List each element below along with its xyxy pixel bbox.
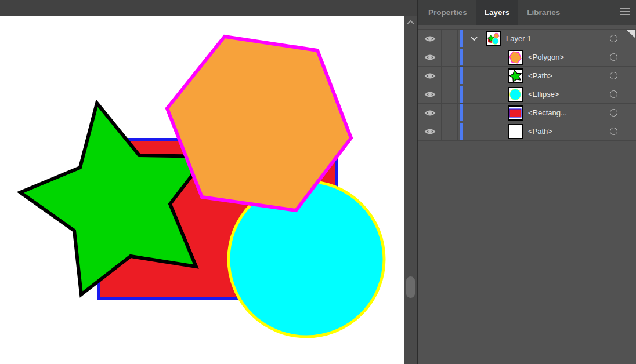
layer-color-bar	[460, 67, 463, 84]
target-cell	[602, 122, 636, 140]
target-circle-icon[interactable]	[610, 72, 617, 79]
corner-triangle-marker	[627, 30, 635, 38]
eye-icon	[424, 53, 436, 61]
target-cell	[602, 67, 636, 85]
visibility-toggle[interactable]	[418, 122, 442, 140]
layers-panel: Properties Layers Libraries	[417, 0, 636, 364]
eye-icon	[424, 90, 436, 99]
tab-layers[interactable]: Layers	[476, 0, 519, 25]
object-thumbnail[interactable]	[508, 87, 523, 102]
object-name[interactable]: <Ellipse>	[528, 90, 559, 99]
target-cell	[602, 85, 636, 103]
chevron-up-icon[interactable]	[406, 19, 415, 26]
layer-row-rectangle[interactable]: <Rectang...	[418, 104, 636, 122]
lock-toggle[interactable]	[442, 67, 458, 85]
visibility-toggle[interactable]	[418, 30, 442, 48]
lock-toggle[interactable]	[442, 85, 458, 103]
vertical-scrollbar[interactable]	[404, 16, 417, 364]
lock-toggle[interactable]	[442, 104, 458, 122]
target-cell	[602, 30, 636, 48]
visibility-toggle[interactable]	[418, 104, 442, 122]
object-thumbnail[interactable]	[508, 50, 523, 65]
target-cell	[602, 48, 636, 66]
tab-properties[interactable]: Properties	[420, 0, 476, 25]
hamburger-menu-icon[interactable]	[620, 8, 630, 17]
object-thumbnail[interactable]	[508, 105, 523, 121]
layer-row-ellipse[interactable]: <Ellipse>	[418, 85, 636, 104]
lock-toggle[interactable]	[442, 30, 458, 48]
layer-row-white-path[interactable]: <Path>	[418, 122, 636, 141]
object-name[interactable]: <Path>	[528, 127, 552, 136]
eye-icon	[424, 109, 436, 117]
layer-color-bar	[460, 104, 463, 121]
object-thumbnail[interactable]	[508, 68, 523, 83]
object-thumbnail[interactable]	[508, 124, 523, 139]
target-circle-icon[interactable]	[610, 90, 617, 98]
layer-color-bar	[460, 30, 463, 47]
lock-toggle[interactable]	[442, 48, 458, 66]
target-cell	[602, 104, 636, 122]
layer-thumbnail[interactable]	[486, 31, 501, 46]
target-circle-icon[interactable]	[610, 109, 617, 117]
target-circle-icon[interactable]	[610, 35, 617, 42]
scrollbar-thumb[interactable]	[406, 276, 415, 298]
object-name[interactable]: <Rectang...	[528, 108, 567, 117]
canvas-top-strip	[0, 0, 417, 16]
tab-libraries[interactable]: Libraries	[518, 0, 569, 25]
layer-color-bar	[460, 123, 463, 140]
visibility-toggle[interactable]	[418, 48, 442, 66]
eye-icon	[424, 35, 436, 43]
layer-row-star-path[interactable]: <Path>	[418, 67, 636, 85]
object-name[interactable]: <Polygon>	[528, 53, 564, 61]
visibility-toggle[interactable]	[418, 67, 442, 85]
chevron-down-icon[interactable]	[470, 36, 478, 41]
layer-row-polygon[interactable]: <Polygon>	[418, 48, 636, 67]
layer-name[interactable]: Layer 1	[506, 34, 531, 43]
artboard-canvas	[0, 16, 404, 364]
eye-icon	[424, 128, 436, 136]
lock-toggle[interactable]	[442, 122, 458, 140]
layer-row-layer1[interactable]: Layer 1	[418, 30, 636, 48]
artboard-area	[0, 0, 417, 364]
panel-tabbar: Properties Layers Libraries	[418, 0, 636, 25]
object-name[interactable]: <Path>	[528, 71, 552, 80]
target-circle-icon[interactable]	[610, 53, 617, 61]
eye-icon	[424, 72, 436, 80]
visibility-toggle[interactable]	[418, 85, 442, 103]
layer-color-bar	[460, 86, 463, 103]
layer-color-bar	[460, 49, 463, 65]
layers-list: Layer 1	[418, 29, 636, 141]
target-circle-icon[interactable]	[610, 128, 617, 135]
